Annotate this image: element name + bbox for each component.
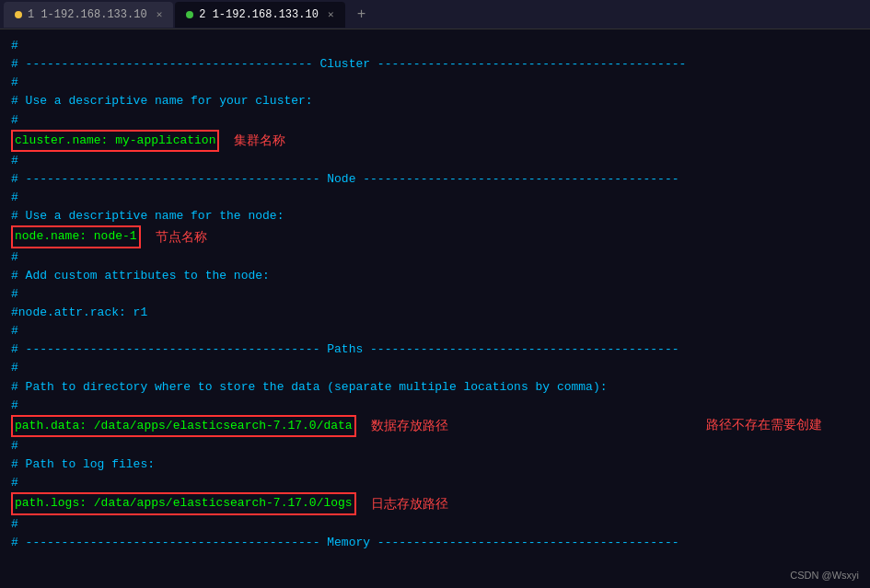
cluster-name-annotation: 集群名称 [234, 131, 285, 151]
tab-1-close[interactable]: ✕ [157, 8, 163, 20]
line-hash-6: # [11, 248, 859, 267]
tab-1-dot [15, 11, 22, 18]
tab-2-dot [186, 11, 193, 18]
line-path-data-comment: # Path to directory where to store the d… [11, 378, 859, 397]
line-hash-8: # [11, 322, 859, 340]
line-hash-9: # [11, 359, 859, 377]
tab-2-close[interactable]: ✕ [328, 8, 334, 20]
path-create-annotation: 路径不存在需要创建 [706, 415, 822, 435]
node-name-value: node.name: node-1 [11, 225, 141, 248]
path-data-value: path.data: /data/apps/elasticsearch-7.17… [11, 415, 356, 437]
node-name-annotation: 节点名称 [156, 227, 207, 248]
line-node-name: node.name: node-1 节点名称 [11, 225, 859, 248]
line-hash-2: # [11, 74, 859, 92]
line-hash-12: # [11, 474, 859, 492]
line-hash-5: # [11, 189, 859, 207]
line-node-divider: # --------------------------------------… [11, 170, 859, 189]
line-hash-1: # [11, 37, 859, 55]
line-cluster-divider: # --------------------------------------… [11, 55, 859, 74]
tab-1-label: 1 1-192.168.133.10 [28, 8, 147, 21]
line-hash-3: # [11, 111, 859, 130]
line-path-logs: path.logs: /data/apps/elasticsearch-7.17… [11, 492, 859, 514]
path-logs-value: path.logs: /data/apps/elasticsearch-7.17… [11, 492, 356, 514]
tab-2-label: 2 1-192.168.133.10 [199, 8, 319, 21]
line-hash-13: # [11, 515, 859, 534]
line-memory-divider: # --------------------------------------… [11, 534, 859, 552]
line-path-logs-comment: # Path to log files: [11, 455, 859, 474]
line-cluster-comment: # Use a descriptive name for your cluste… [11, 92, 859, 110]
line-hash-4: # [11, 152, 859, 170]
line-custom-attr-comment: # Add custom attributes to the node: [11, 267, 859, 285]
tab-2[interactable]: 2 1-192.168.133.10 ✕ [175, 2, 344, 28]
line-hash-11: # [11, 437, 859, 455]
path-logs-annotation: 日志存放路径 [371, 494, 448, 514]
line-hash-10: # [11, 397, 859, 415]
line-paths-divider: # --------------------------------------… [11, 340, 859, 359]
add-tab-button[interactable]: + [351, 4, 373, 26]
tab-bar: 1 1-192.168.133.10 ✕ 2 1-192.168.133.10 … [0, 0, 870, 29]
line-path-data: path.data: /data/apps/elasticsearch-7.17… [11, 415, 859, 437]
cluster-name-value: cluster.name: my-application [11, 130, 219, 152]
tab-1[interactable]: 1 1-192.168.133.10 ✕ [4, 2, 173, 28]
csdn-watermark: CSDN @Wsxyi [790, 570, 859, 581]
path-data-annotation: 数据存放路径 [371, 416, 448, 436]
line-cluster-name: cluster.name: my-application 集群名称 [11, 130, 859, 152]
line-node-attr: #node.attr.rack: r1 [11, 304, 859, 322]
terminal-content: # # ------------------------------------… [0, 29, 870, 588]
line-node-comment: # Use a descriptive name for the node: [11, 207, 859, 225]
line-hash-7: # [11, 285, 859, 304]
